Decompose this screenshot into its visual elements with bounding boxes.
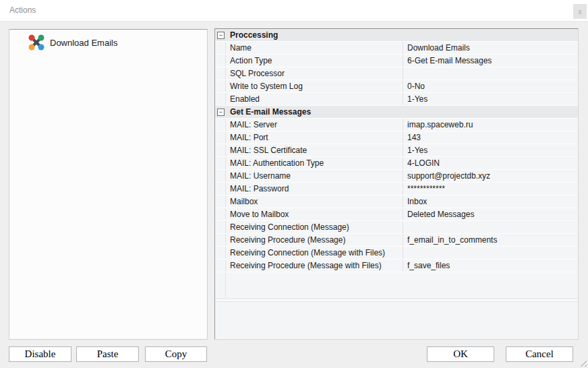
ok-button[interactable]: OK xyxy=(427,346,494,362)
actions-dialog: Actions x Download Emails −ProccessingNa… xyxy=(0,0,588,368)
property-name: MAIL: Username xyxy=(225,170,403,182)
row-gutter xyxy=(215,67,225,80)
property-name: Receiving Procedure (Message) xyxy=(225,234,403,246)
property-name: Name xyxy=(225,42,403,54)
property-row[interactable]: Receiving Connection (Message) xyxy=(215,221,578,234)
property-name: MAIL: Port xyxy=(225,131,403,144)
property-value[interactable]: 6-Get E-mail Messages xyxy=(403,55,578,67)
close-icon: x xyxy=(578,8,582,16)
property-row[interactable]: Move to MailboxDeleted Messages xyxy=(215,208,578,221)
property-name: MAIL: Authentication Type xyxy=(225,157,403,169)
property-row[interactable]: NameDownload Emails xyxy=(215,42,578,55)
property-grid: −ProccessingNameDownload EmailsAction Ty… xyxy=(214,28,579,340)
actions-list-panel: Download Emails xyxy=(9,29,208,340)
property-value[interactable]: support@projectdb.xyz xyxy=(403,170,578,182)
copy-button[interactable]: Copy xyxy=(145,346,207,362)
window-title: Actions xyxy=(9,5,36,15)
property-value[interactable] xyxy=(403,67,578,80)
group-header-row[interactable]: −Get E-mail Messages xyxy=(215,106,578,119)
row-gutter xyxy=(215,119,225,131)
group-label: Proccessing xyxy=(230,29,278,41)
row-gutter xyxy=(215,183,225,195)
row-gutter xyxy=(215,157,225,169)
row-gutter xyxy=(215,42,225,54)
row-gutter xyxy=(215,80,225,92)
property-name: MAIL: Password xyxy=(225,183,403,195)
property-value[interactable]: 4-LOGIN xyxy=(403,157,578,169)
paste-button[interactable]: Paste xyxy=(76,346,139,362)
list-item-download-emails[interactable]: Download Emails xyxy=(9,33,207,52)
resize-grip-icon[interactable] xyxy=(578,358,587,367)
property-row[interactable]: MAIL: Usernamesupport@projectdb.xyz xyxy=(215,170,578,183)
property-value[interactable]: f_save_files xyxy=(403,259,578,272)
property-row[interactable]: Write to System Log0-No xyxy=(215,80,578,93)
disable-button[interactable]: Disable xyxy=(9,346,71,362)
property-value[interactable]: Download Emails xyxy=(403,42,578,54)
property-value[interactable] xyxy=(403,221,578,233)
property-name: Enabled xyxy=(225,93,403,105)
property-value[interactable]: 1-Yes xyxy=(403,144,578,156)
property-value[interactable]: f_email_in_to_comments xyxy=(403,234,578,246)
cancel-button[interactable]: Cancel xyxy=(506,346,573,362)
property-value[interactable]: 143 xyxy=(403,131,578,144)
group-header-row[interactable]: −Proccessing xyxy=(215,29,578,42)
property-row[interactable]: Action Type6-Get E-mail Messages xyxy=(215,55,578,67)
row-gutter xyxy=(215,247,225,259)
row-gutter xyxy=(215,93,225,105)
row-gutter xyxy=(215,195,225,208)
property-row[interactable]: Receiving Procedure (Message)f_email_in_… xyxy=(215,234,578,247)
property-value[interactable]: Inbox xyxy=(403,195,578,208)
property-name: Receiving Procedure (Message with Files) xyxy=(225,259,403,272)
property-value[interactable]: 1-Yes xyxy=(403,93,578,105)
property-row[interactable]: MAIL: Port143 xyxy=(215,131,578,144)
collapse-icon[interactable]: − xyxy=(217,32,225,39)
property-row[interactable]: MAIL: Serverimap.spaceweb.ru xyxy=(215,119,578,131)
row-gutter xyxy=(215,234,225,246)
row-gutter xyxy=(215,259,225,272)
property-name: MAIL: Server xyxy=(225,119,403,131)
property-name: Receiving Connection (Message) xyxy=(225,221,403,233)
collapse-icon[interactable]: − xyxy=(217,109,225,116)
property-name: MAIL: SSL Certificate xyxy=(225,144,403,156)
property-value[interactable]: imap.spaceweb.ru xyxy=(403,119,578,131)
property-name: Move to Mailbox xyxy=(225,208,403,220)
title-bar: Actions x xyxy=(0,0,588,22)
list-item-label: Download Emails xyxy=(50,38,117,48)
property-row[interactable]: Receiving Connection (Message with Files… xyxy=(215,247,578,259)
row-gutter: − xyxy=(215,106,225,118)
row-gutter xyxy=(215,208,225,220)
property-row[interactable]: Receiving Procedure (Message with Files)… xyxy=(215,259,578,272)
property-value[interactable]: Deleted Messages xyxy=(403,208,578,220)
property-grid-rows: −ProccessingNameDownload EmailsAction Ty… xyxy=(215,29,578,272)
property-value[interactable] xyxy=(403,247,578,259)
property-name: Receiving Connection (Message with Files… xyxy=(225,247,403,259)
row-gutter xyxy=(215,170,225,182)
row-gutter xyxy=(215,221,225,233)
property-row[interactable]: MAIL: Password************ xyxy=(215,183,578,195)
description-area xyxy=(215,302,578,339)
property-name: Action Type xyxy=(225,55,403,67)
property-row[interactable]: Enabled1-Yes xyxy=(215,93,578,106)
row-gutter xyxy=(215,131,225,144)
group-label: Get E-mail Messages xyxy=(230,106,311,118)
property-row[interactable]: MailboxInbox xyxy=(215,195,578,208)
property-row[interactable]: MAIL: Authentication Type4-LOGIN xyxy=(215,157,578,170)
grid-empty-space xyxy=(215,272,578,299)
property-row[interactable]: SQL Processor xyxy=(215,67,578,80)
row-gutter xyxy=(215,55,225,67)
row-gutter xyxy=(215,144,225,156)
row-gutter: − xyxy=(215,29,225,41)
property-name: Write to System Log xyxy=(225,80,403,92)
property-row[interactable]: MAIL: SSL Certificate1-Yes xyxy=(215,144,578,157)
property-name: Mailbox xyxy=(225,195,403,208)
close-button[interactable]: x xyxy=(573,4,587,19)
property-name: SQL Processor xyxy=(225,67,403,80)
property-value[interactable]: 0-No xyxy=(403,80,578,92)
property-value[interactable]: ************ xyxy=(403,183,578,195)
action-x-icon xyxy=(28,34,45,51)
